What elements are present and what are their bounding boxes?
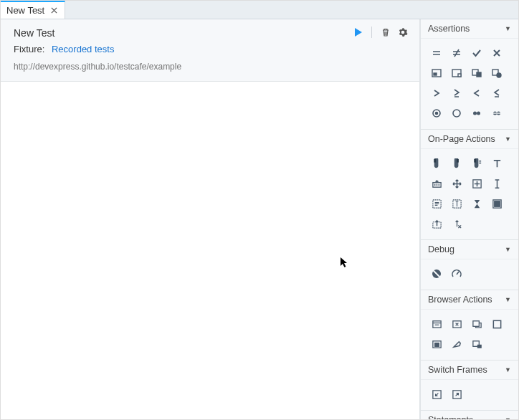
select-text-icon[interactable] — [487, 173, 507, 194]
test-title: New Test — [14, 25, 181, 41]
chevron-down-icon: ▼ — [505, 416, 511, 419]
chevron-down-icon: ▼ — [505, 366, 511, 373]
svg-rect-17 — [457, 158, 459, 162]
content-area — [1, 82, 419, 419]
tab-label: New Test — [6, 5, 44, 16]
separator — [371, 27, 372, 38]
press-key-icon[interactable] — [427, 173, 447, 194]
assert-not-ok-icon[interactable] — [487, 43, 507, 63]
assert-equals-icon[interactable] — [427, 43, 447, 63]
panel-title: Switch Frames — [428, 365, 487, 375]
svg-rect-1 — [434, 73, 437, 75]
assert-typeof-icon[interactable] — [467, 63, 487, 83]
test-header: New Test Fixture: Recorded tests http://… — [1, 19, 419, 82]
panel-browser-actions[interactable]: Browser Actions ▼ — [421, 290, 518, 310]
assert-within-icon[interactable] — [427, 103, 447, 123]
hover-icon[interactable] — [487, 194, 507, 214]
element-screenshot-icon[interactable] — [447, 334, 467, 354]
select-editable-icon[interactable] — [427, 194, 447, 214]
cursor-icon — [341, 257, 349, 271]
panel-title: Statements — [428, 415, 473, 419]
svg-rect-34 — [477, 345, 481, 348]
assert-gt-icon[interactable] — [427, 83, 447, 103]
svg-rect-32 — [434, 343, 439, 346]
debug-speed-icon[interactable] — [447, 264, 467, 284]
assert-not-match-icon[interactable] — [487, 103, 507, 123]
assert-lt-icon[interactable] — [467, 83, 487, 103]
svg-rect-16 — [434, 158, 436, 162]
click-icon[interactable] — [427, 153, 447, 173]
panel-title: Assertions — [428, 24, 470, 34]
chevron-down-icon: ▼ — [505, 135, 511, 143]
trash-icon[interactable] — [381, 27, 391, 37]
drag-to-element-icon[interactable] — [467, 173, 487, 194]
select-textarea-icon[interactable] — [447, 194, 467, 214]
screenshot-icon[interactable] — [427, 334, 447, 354]
panel-title: Browser Actions — [428, 295, 492, 305]
gear-icon[interactable] — [398, 27, 408, 37]
panel-statements[interactable]: Statements ▼ — [421, 410, 518, 419]
assert-not-typeof-icon[interactable] — [487, 63, 507, 83]
switch-to-iframe-icon[interactable] — [427, 384, 447, 404]
chevron-down-icon: ▼ — [505, 296, 511, 303]
svg-point-7 — [497, 73, 501, 77]
assert-match-icon[interactable] — [467, 103, 487, 123]
svg-rect-30 — [493, 320, 500, 328]
maximize-window-icon[interactable] — [487, 314, 507, 334]
test-url: http://devexpress.github.io/testcafe/exa… — [14, 60, 181, 74]
assert-ok-icon[interactable] — [467, 43, 487, 63]
assert-not-contains-icon[interactable] — [447, 63, 467, 83]
close-window-icon[interactable] — [447, 314, 467, 334]
type-text-icon[interactable] — [487, 153, 507, 173]
svg-rect-15 — [492, 113, 502, 113]
panel-onpage-actions[interactable]: On-Page Actions ▼ — [421, 129, 518, 149]
assert-lte-icon[interactable] — [487, 83, 507, 103]
right-click-icon[interactable] — [447, 153, 467, 173]
svg-rect-3 — [458, 74, 461, 77]
fixture-label: Fixture: — [14, 44, 44, 54]
svg-rect-24 — [494, 201, 500, 206]
svg-rect-27 — [432, 320, 440, 327]
panel-debug[interactable]: Debug ▼ — [421, 239, 518, 259]
panel-assertions[interactable]: Assertions ▼ — [421, 19, 518, 39]
assert-not-equals-icon[interactable] — [447, 43, 467, 63]
chevron-down-icon: ▼ — [505, 25, 511, 32]
panel-switch-frames[interactable]: Switch Frames ▼ — [421, 360, 518, 380]
close-icon[interactable] — [49, 6, 59, 16]
upload-icon[interactable] — [427, 214, 447, 234]
resize-window-icon[interactable] — [467, 314, 487, 334]
assert-gte-icon[interactable] — [447, 83, 467, 103]
chevron-down-icon: ▼ — [505, 246, 511, 253]
panel-title: On-Page Actions — [428, 134, 495, 144]
debug-breakpoint-icon[interactable] — [427, 264, 447, 284]
assert-not-within-icon[interactable] — [447, 103, 467, 123]
panel-title: Debug — [428, 244, 454, 254]
svg-point-9 — [436, 113, 438, 115]
svg-point-10 — [453, 110, 460, 117]
drag-icon[interactable] — [447, 173, 467, 194]
svg-rect-18 — [474, 158, 476, 162]
fixture-link[interactable]: Recorded tests — [52, 44, 114, 54]
tab-new-test[interactable]: New Test — [1, 1, 65, 19]
svg-point-11 — [473, 112, 477, 115]
play-icon[interactable] — [354, 27, 363, 37]
wait-icon[interactable] — [467, 194, 487, 214]
main-pane: New Test Fixture: Recorded tests http://… — [1, 19, 420, 419]
navigate-icon[interactable] — [427, 314, 447, 334]
dialog-handler-icon[interactable] — [467, 334, 487, 354]
switch-to-main-icon[interactable] — [447, 384, 467, 404]
tab-bar: New Test — [1, 1, 518, 19]
svg-rect-29 — [472, 320, 478, 326]
side-panel: Assertions ▼ On-Page Actions ▼ — [420, 19, 518, 419]
clear-upload-icon[interactable] — [447, 214, 467, 234]
svg-rect-5 — [477, 72, 481, 77]
double-click-icon[interactable] — [467, 153, 487, 173]
svg-point-12 — [477, 112, 480, 115]
assert-contains-icon[interactable] — [427, 63, 447, 83]
